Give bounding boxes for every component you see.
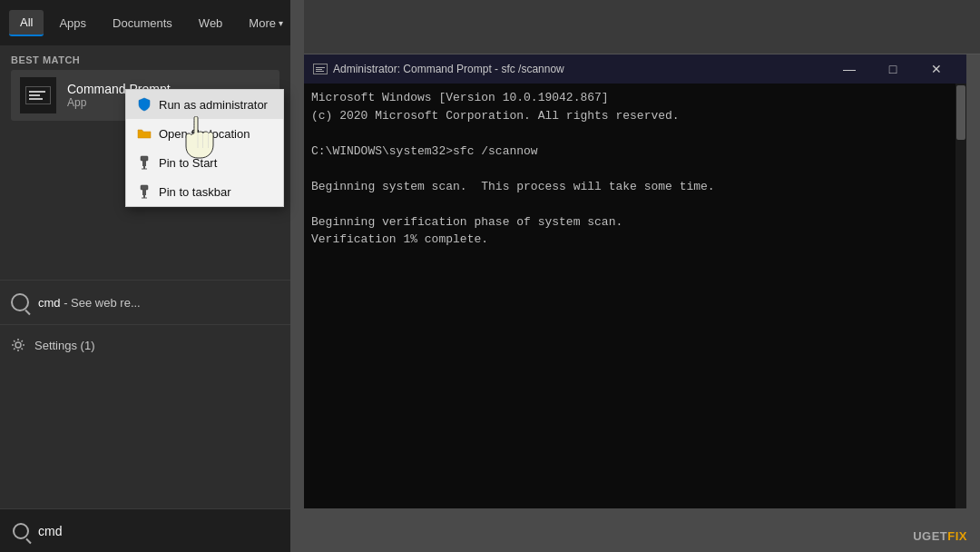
- cmd-body: Microsoft Windows [Version 10.0.19042.86…: [304, 84, 966, 508]
- folder-icon: [137, 126, 152, 141]
- svg-rect-1: [142, 161, 146, 166]
- cmd-titlebar: Administrator: Command Prompt - sfc /sca…: [304, 54, 966, 84]
- run-as-admin-item[interactable]: Run as administrator: [126, 90, 283, 119]
- search-web-section: cmd - See web re...: [0, 280, 290, 324]
- tab-web[interactable]: Web: [188, 11, 234, 35]
- cmd-app-icon: [20, 77, 56, 113]
- svg-rect-4: [141, 185, 148, 190]
- pin-to-taskbar-item[interactable]: Pin to taskbar: [126, 177, 283, 206]
- open-file-location-item[interactable]: Open file location: [126, 119, 283, 148]
- search-web-text: cmd - See web re...: [38, 296, 141, 310]
- start-menu: All Apps Documents Web More ▾ Best match: [0, 0, 290, 552]
- search-bar-icon: [13, 523, 29, 539]
- cmd-title-text: Administrator: Command Prompt - sfc /sca…: [333, 63, 823, 75]
- cmd-window: Administrator: Command Prompt - sfc /sca…: [304, 54, 966, 508]
- tab-apps[interactable]: Apps: [48, 11, 97, 35]
- tab-documents[interactable]: Documents: [102, 11, 183, 35]
- search-bar: [0, 508, 290, 552]
- scrollbar-thumb[interactable]: [956, 85, 965, 140]
- gear-icon: [11, 338, 25, 352]
- settings-item[interactable]: Settings (1): [11, 332, 279, 358]
- cmd-window-icon: [313, 64, 328, 74]
- svg-rect-5: [142, 190, 146, 195]
- svg-rect-0: [141, 156, 148, 161]
- settings-section: Settings (1): [0, 324, 290, 365]
- cmd-output: Microsoft Windows [Version 10.0.19042.86…: [304, 84, 956, 508]
- cmd-scrollbar[interactable]: [956, 84, 966, 508]
- open-file-label: Open file location: [159, 127, 250, 141]
- watermark-fix: FIX: [947, 529, 967, 543]
- pin-start-icon: [137, 155, 152, 170]
- close-button[interactable]: ✕: [916, 54, 957, 84]
- context-menu: Run as administrator Open file location …: [125, 89, 284, 207]
- pin-to-start-label: Pin to Start: [159, 156, 217, 170]
- search-web-item[interactable]: cmd - See web re...: [11, 288, 279, 317]
- tab-more[interactable]: More ▾: [238, 11, 294, 35]
- cmd-title-controls: — □ ✕: [828, 54, 957, 84]
- minimize-button[interactable]: —: [828, 54, 870, 84]
- watermark: UGETFIX: [913, 529, 967, 543]
- maximize-button[interactable]: □: [872, 54, 914, 84]
- search-input[interactable]: [38, 524, 278, 538]
- run-as-admin-label: Run as administrator: [159, 98, 268, 112]
- settings-label: Settings (1): [34, 339, 94, 352]
- desktop-top-bar: [304, 0, 980, 54]
- search-icon: [11, 293, 29, 311]
- pin-to-start-item[interactable]: Pin to Start: [126, 148, 283, 177]
- watermark-u: UGET: [913, 529, 947, 543]
- best-match-label: Best match: [11, 54, 279, 65]
- start-tabs: All Apps Documents Web More ▾: [0, 0, 290, 45]
- pin-to-taskbar-label: Pin to taskbar: [159, 185, 231, 199]
- pin-taskbar-icon: [137, 184, 152, 199]
- cmd-icon-graphic: [25, 86, 51, 104]
- chevron-down-icon: ▾: [279, 18, 283, 28]
- tab-all[interactable]: All: [9, 10, 44, 36]
- shield-icon: [137, 97, 152, 112]
- svg-point-8: [15, 342, 21, 348]
